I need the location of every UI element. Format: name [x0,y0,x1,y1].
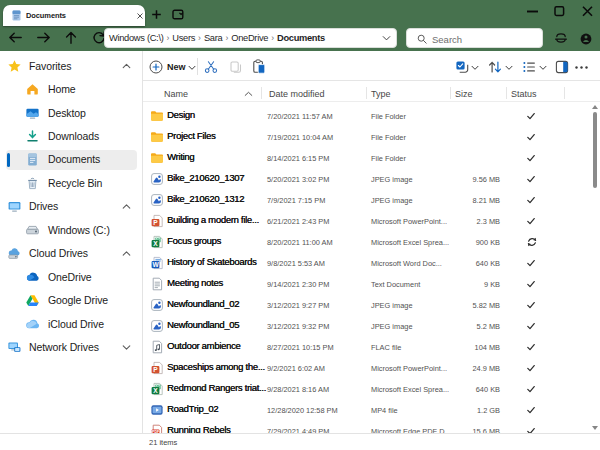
svg-text:X: X [153,386,158,393]
svg-text:X: X [153,239,158,246]
svg-text:W: W [152,260,159,267]
svg-text:P: P [153,218,158,225]
svg-text:P: P [153,365,158,372]
